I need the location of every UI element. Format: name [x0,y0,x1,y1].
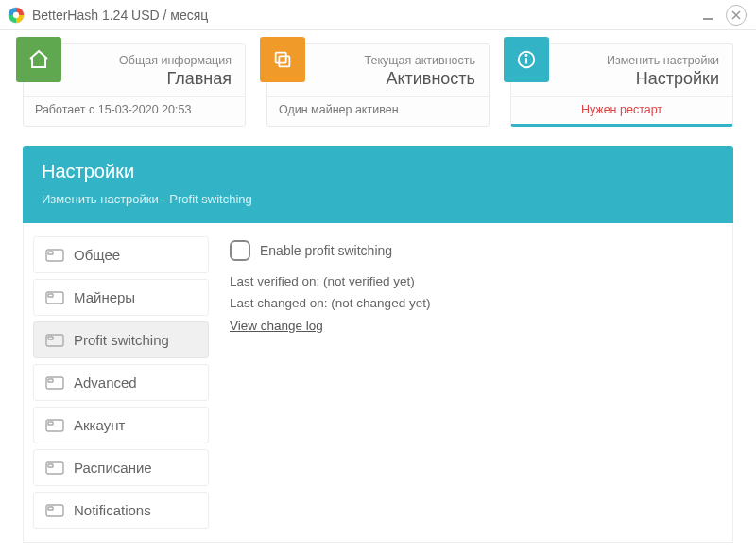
enable-profit-switching-label: Enable profit switching [260,243,392,258]
sidebar-item-label: Майнеры [74,289,135,305]
banner-breadcrumb: Изменить настройки - Profit switching [42,192,714,206]
card-icon [45,503,64,518]
window-title: BetterHash 1.24 USD / месяц [32,8,692,23]
sidebar-item-label: Profit switching [74,332,169,348]
card-settings-sub: Изменить настройки [524,54,719,67]
close-button[interactable] [724,3,748,27]
card-settings-title: Настройки [524,69,719,89]
sidebar-item-label: Аккаунт [74,417,125,433]
card-icon [45,418,64,433]
card-home-sub: Общая информация [37,54,232,67]
svg-point-1 [13,11,19,17]
view-change-log-link[interactable]: View change log [230,319,323,333]
settings-pane: Enable profit switching Last verified on… [222,236,723,529]
svg-rect-17 [48,379,53,382]
sidebar-item-label: Notifications [74,502,151,518]
sidebar-item-general[interactable]: Общее [33,236,209,273]
minimize-button[interactable] [696,3,720,27]
settings-sidebar: Общее Майнеры Profit switching Advanced … [33,236,209,529]
sidebar-item-schedule[interactable]: Расписание [33,449,209,486]
svg-rect-11 [48,252,53,254]
card-icon [45,248,64,263]
sidebar-item-profit-switching[interactable]: Profit switching [33,321,209,358]
card-activity-sub: Текущая активность [281,54,475,67]
card-home-title: Главная [37,69,232,89]
card-activity-status: Один майнер активен [267,96,489,124]
card-icon [45,333,64,348]
app-logo-icon [8,7,25,24]
sidebar-item-notifications[interactable]: Notifications [33,492,209,529]
titlebar: BetterHash 1.24 USD / месяц [0,0,756,30]
last-changed-text: Last changed on: (not changed yet) [230,296,715,310]
svg-rect-5 [279,56,289,66]
svg-rect-21 [48,464,53,467]
svg-rect-13 [48,294,53,297]
card-icon [45,375,64,391]
banner-title: Настройки [42,161,714,182]
home-icon [16,37,61,82]
card-activity-title: Активность [281,69,475,89]
settings-banner: Настройки Изменить настройки - Profit sw… [23,146,733,223]
sidebar-item-advanced[interactable]: Advanced [33,364,209,401]
svg-rect-15 [48,337,53,339]
svg-rect-19 [48,422,53,425]
card-settings-status: Нужен рестарт [511,96,732,124]
enable-profit-switching-checkbox[interactable] [230,240,250,261]
card-icon [45,460,64,476]
card-home[interactable]: Общая информация Главная Работает с 15-0… [23,43,246,127]
top-cards: Общая информация Главная Работает с 15-0… [0,30,756,132]
settings-content: Общее Майнеры Profit switching Advanced … [23,223,733,543]
sidebar-item-account[interactable]: Аккаунт [33,407,209,443]
svg-rect-6 [276,53,286,63]
enable-profit-switching-row: Enable profit switching [230,240,715,261]
sidebar-item-miners[interactable]: Майнеры [33,279,209,316]
card-icon [45,290,64,305]
sidebar-item-label: Расписание [74,460,152,476]
last-verified-text: Last verified on: (not verified yet) [230,274,715,288]
sidebar-item-label: Advanced [74,374,137,391]
card-activity[interactable]: Текущая активность Активность Один майне… [266,43,490,127]
svg-rect-23 [48,507,53,510]
main-area: Настройки Изменить настройки - Profit sw… [0,132,756,556]
card-settings[interactable]: Изменить настройки Настройки Нужен реста… [510,43,733,127]
info-icon [504,37,549,82]
sidebar-item-label: Общее [74,247,120,263]
svg-point-9 [525,55,526,56]
card-home-status: Работает с 15-03-2020 20:53 [24,96,245,124]
copy-icon [260,37,305,82]
